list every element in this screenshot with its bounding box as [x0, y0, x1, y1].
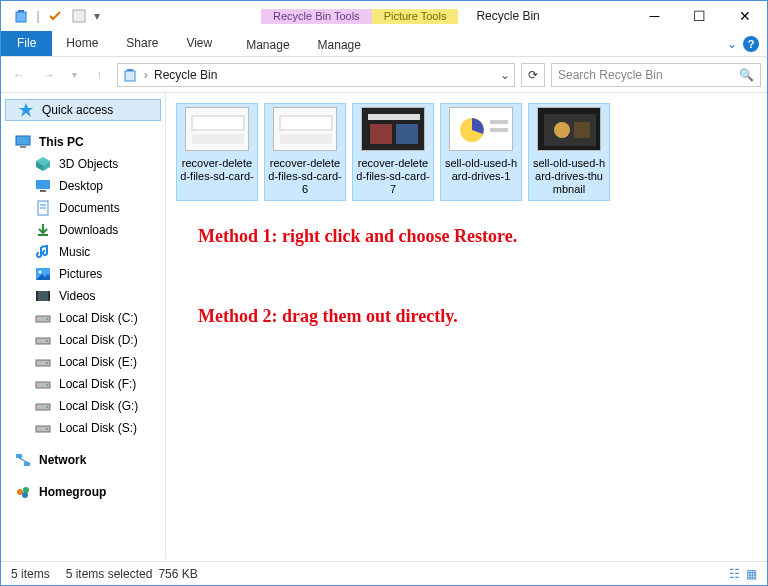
sidebar-item[interactable]: Local Disk (G:)	[1, 395, 165, 417]
sidebar-item[interactable]: Downloads	[1, 219, 165, 241]
sidebar-item[interactable]: 3D Objects	[1, 153, 165, 175]
address-dropdown-icon[interactable]: ⌄	[500, 68, 510, 82]
sidebar-item[interactable]: Local Disk (E:)	[1, 351, 165, 373]
details-view-icon[interactable]: ☷	[729, 567, 740, 581]
help-icon[interactable]: ?	[743, 36, 759, 52]
refresh-button[interactable]: ⟳	[521, 63, 545, 87]
file-item[interactable]: sell-old-used-hard-drives-thumbnail	[528, 103, 610, 201]
address-bar[interactable]: › Recycle Bin ⌄	[117, 63, 515, 87]
sidebar-item-label: Local Disk (S:)	[59, 421, 137, 435]
search-input[interactable]: Search Recycle Bin 🔍	[551, 63, 761, 87]
recycle-bin-tools-tab[interactable]: Recycle Bin Tools	[261, 9, 372, 24]
qat-dropdown-icon[interactable]: ▾	[91, 4, 103, 28]
svg-point-40	[22, 492, 28, 498]
svg-point-24	[46, 318, 48, 320]
manage-picture-tab[interactable]: Manage	[304, 31, 375, 56]
thumbnail	[185, 107, 249, 151]
music-icon	[35, 244, 51, 260]
file-item[interactable]: recover-deleted-files-sd-card-	[176, 103, 258, 201]
file-item[interactable]: recover-deleted-files-sd-card-6	[264, 103, 346, 201]
share-tab[interactable]: Share	[112, 31, 172, 56]
navigation-pane: Quick access This PC 3D ObjectsDesktopDo…	[1, 93, 166, 559]
quick-access[interactable]: Quick access	[5, 99, 161, 121]
properties-check-icon[interactable]	[43, 4, 67, 28]
up-button[interactable]: ↑	[87, 63, 111, 87]
home-tab[interactable]: Home	[52, 31, 112, 56]
selected-count: 5 items selected	[66, 567, 153, 581]
selected-size: 756 KB	[158, 567, 197, 581]
file-list[interactable]: recover-deleted-files-sd-card-recover-de…	[166, 93, 767, 559]
context-tabs: Recycle Bin Tools Picture Tools	[261, 9, 458, 24]
svg-rect-53	[490, 120, 508, 124]
recent-locations-icon[interactable]: ▾	[67, 63, 81, 87]
sidebar-item-label: Music	[59, 245, 90, 259]
sidebar-item[interactable]: Videos	[1, 285, 165, 307]
svg-rect-36	[24, 462, 30, 466]
sidebar-item[interactable]: Local Disk (C:)	[1, 307, 165, 329]
sidebar-item-label: 3D Objects	[59, 157, 118, 171]
ribbon: File Home Share View Manage Manage ⌄ ?	[1, 31, 767, 57]
sidebar-item[interactable]: Local Disk (S:)	[1, 417, 165, 439]
picture-tools-tab[interactable]: Picture Tools	[372, 9, 459, 24]
homegroup[interactable]: Homegroup	[1, 481, 165, 503]
svg-rect-48	[368, 114, 420, 120]
recycle-bin-icon[interactable]	[9, 4, 33, 28]
star-icon	[18, 102, 34, 118]
file-name: sell-old-used-hard-drives-1	[444, 157, 518, 183]
thumbnail	[361, 107, 425, 151]
svg-rect-50	[396, 124, 418, 144]
network[interactable]: Network	[1, 449, 165, 471]
manage-recycle-tab[interactable]: Manage	[232, 31, 303, 56]
sidebar-item[interactable]: Local Disk (D:)	[1, 329, 165, 351]
sidebar-item-label: Downloads	[59, 223, 118, 237]
drive-icon	[35, 310, 51, 326]
quick-access-toolbar: | ▾	[1, 4, 111, 28]
ribbon-expand-icon[interactable]: ⌄	[727, 37, 737, 51]
sidebar-item[interactable]: Local Disk (F:)	[1, 373, 165, 395]
sidebar-item[interactable]: Pictures	[1, 263, 165, 285]
network-icon	[15, 452, 31, 468]
pic-icon	[35, 266, 51, 282]
qat-submenu-icon[interactable]	[69, 4, 89, 28]
drive-icon	[35, 376, 51, 392]
crumb-separator-icon[interactable]: ›	[144, 68, 148, 82]
back-button[interactable]: ←	[7, 63, 31, 87]
sidebar-item[interactable]: Desktop	[1, 175, 165, 197]
sidebar-item-label: Desktop	[59, 179, 103, 193]
video-icon	[35, 288, 51, 304]
window-controls: ─ ☐ ✕	[632, 1, 767, 31]
file-item[interactable]: sell-old-used-hard-drives-1	[440, 103, 522, 201]
sidebar-item[interactable]: Documents	[1, 197, 165, 219]
sidebar-item[interactable]: Music	[1, 241, 165, 263]
svg-line-37	[19, 458, 27, 462]
svg-point-57	[554, 122, 570, 138]
file-tab[interactable]: File	[1, 31, 52, 56]
minimize-button[interactable]: ─	[632, 1, 677, 31]
quick-access-label: Quick access	[42, 103, 113, 117]
view-tab[interactable]: View	[172, 31, 226, 56]
svg-marker-5	[19, 103, 33, 117]
network-label: Network	[39, 453, 86, 467]
search-placeholder: Search Recycle Bin	[558, 68, 663, 82]
file-name: recover-deleted-files-sd-card-6	[268, 157, 342, 197]
homegroup-label: Homegroup	[39, 485, 106, 499]
this-pc[interactable]: This PC	[1, 131, 165, 153]
large-icons-view-icon[interactable]: ▦	[746, 567, 757, 581]
svg-rect-46	[280, 134, 332, 144]
svg-rect-42	[192, 116, 244, 130]
thumbnail	[273, 107, 337, 151]
search-icon: 🔍	[739, 68, 754, 82]
svg-rect-16	[38, 234, 48, 236]
close-button[interactable]: ✕	[722, 1, 767, 31]
breadcrumb[interactable]: Recycle Bin	[154, 68, 217, 82]
svg-rect-22	[48, 291, 50, 301]
forward-button[interactable]: →	[37, 63, 61, 87]
drive-icon	[35, 398, 51, 414]
annotation-method-1: Method 1: right click and choose Restore…	[198, 223, 517, 249]
file-item[interactable]: recover-deleted-files-sd-card-7	[352, 103, 434, 201]
drive-icon	[35, 354, 51, 370]
sidebar-item-label: Local Disk (F:)	[59, 377, 136, 391]
maximize-button[interactable]: ☐	[677, 1, 722, 31]
sidebar-item-label: Local Disk (G:)	[59, 399, 138, 413]
svg-point-34	[46, 428, 48, 430]
